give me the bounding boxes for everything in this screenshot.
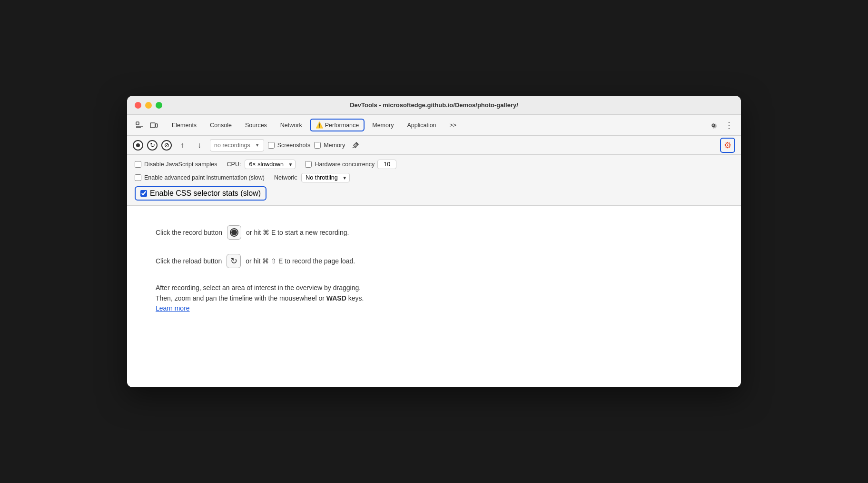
tab-sources[interactable]: Sources <box>239 119 273 131</box>
network-label: Network: <box>274 174 297 181</box>
cpu-group: CPU: 6× slowdown 4× slowdown 2× slowdown… <box>227 160 296 169</box>
inspect-element-icon[interactable] <box>133 119 146 132</box>
download-icon: ↓ <box>197 141 201 150</box>
memory-checkbox[interactable] <box>314 142 321 149</box>
record-instruction-block: Click the record button or hit ⌘ E to st… <box>156 225 712 240</box>
cpu-dropdown-wrapper: 6× slowdown 4× slowdown 2× slowdown No t… <box>245 160 296 169</box>
device-toolbar-icon[interactable] <box>147 119 160 132</box>
tab-console[interactable]: Console <box>204 119 237 131</box>
screenshots-checkbox[interactable] <box>268 142 275 149</box>
network-group: Network: No throttling Fast 4G Slow 4G 3… <box>274 173 350 182</box>
enable-paint-checkbox[interactable] <box>135 174 141 181</box>
description-line1: After recording, select an area of inter… <box>156 282 712 293</box>
network-dropdown-wrapper: No throttling Fast 4G Slow 4G 3G ▼ <box>301 173 350 182</box>
screenshots-label: Screenshots <box>277 142 310 149</box>
svg-rect-4 <box>156 124 158 127</box>
settings-row-1: Disable JavaScript samples CPU: 6× slowd… <box>135 160 733 169</box>
performance-settings-button[interactable]: ⚙ <box>720 138 735 153</box>
settings-row-2: Enable advanced paint instrumentation (s… <box>135 173 733 182</box>
record-button-icon <box>227 225 241 240</box>
tab-elements[interactable]: Elements <box>166 119 202 131</box>
description-line2: Then, zoom and pan the timeline with the… <box>156 293 712 303</box>
reload-icon: ↻ <box>150 141 155 149</box>
cancel-icon: ⊘ <box>164 141 169 149</box>
reload-instruction-text: Click the reload button <box>156 257 222 265</box>
window-controls <box>135 102 162 109</box>
tab-performance[interactable]: ⚠️ Performance <box>310 119 365 131</box>
recording-select[interactable]: no recordings ▼ <box>210 139 264 151</box>
hardware-concurrency-checkbox[interactable] <box>305 161 312 168</box>
css-selector-label: Enable CSS selector stats (slow) <box>135 186 266 201</box>
upload-button[interactable]: ↑ <box>176 139 189 152</box>
reload-button[interactable]: ↻ <box>147 140 158 151</box>
cancel-button[interactable]: ⊘ <box>161 140 172 151</box>
tab-overflow[interactable]: >> <box>444 119 463 131</box>
hardware-concurrency-input[interactable] <box>377 160 396 169</box>
performance-toolbar: ↻ ⊘ ↑ ↓ no recordings ▼ Screenshots Memo… <box>127 136 741 155</box>
more-options-icon[interactable]: ⋮ <box>722 119 735 132</box>
tab-network[interactable]: Network <box>275 119 308 131</box>
tab-performance-label: Performance <box>325 122 359 129</box>
record-suffix-text: or hit ⌘ E to start a new recording. <box>246 229 349 236</box>
record-circle-icon <box>231 230 237 235</box>
download-button[interactable]: ↓ <box>193 139 206 152</box>
cpu-label: CPU: <box>227 161 241 168</box>
settings-panel: Disable JavaScript samples CPU: 6× slowd… <box>127 155 741 206</box>
cpu-select[interactable]: 6× slowdown 4× slowdown 2× slowdown No t… <box>245 160 296 169</box>
recording-dropdown-icon: ▼ <box>255 142 260 148</box>
memory-label: Memory <box>324 142 345 149</box>
recording-placeholder: no recordings <box>214 142 250 149</box>
enable-paint-label: Enable advanced paint instrumentation (s… <box>135 174 265 181</box>
description-block: After recording, select an area of inter… <box>156 282 712 312</box>
css-selector-checkbox[interactable] <box>140 190 147 197</box>
reload-instruction-block: Click the reload button ↻ or hit ⌘ ⇧ E t… <box>156 254 712 268</box>
title-bar: DevTools - microsoftedge.github.io/Demos… <box>127 96 741 115</box>
tab-memory[interactable]: Memory <box>366 119 399 131</box>
hardware-concurrency-label: Hardware concurrency <box>305 160 396 169</box>
close-button[interactable] <box>135 102 141 109</box>
upload-icon: ↑ <box>180 141 184 150</box>
settings-icon[interactable] <box>707 119 720 132</box>
devtools-window: DevTools - microsoftedge.github.io/Demos… <box>127 96 741 387</box>
svg-rect-3 <box>150 123 155 128</box>
warning-icon: ⚠️ <box>316 121 323 129</box>
tab-application[interactable]: Application <box>401 119 442 131</box>
main-content: Click the record button or hit ⌘ E to st… <box>127 206 741 387</box>
brush-icon[interactable] <box>349 139 362 152</box>
reload-button-icon: ↻ <box>227 254 241 268</box>
reload-suffix-text: or hit ⌘ ⇧ E to record the page load. <box>246 257 355 265</box>
learn-more-link[interactable]: Learn more <box>156 304 190 312</box>
svg-rect-0 <box>136 122 139 125</box>
inspector-icons <box>133 119 160 132</box>
keys-suffix: keys. <box>348 294 364 302</box>
screenshots-checkbox-group: Screenshots <box>268 142 310 149</box>
disable-js-samples-label: Disable JavaScript samples <box>135 161 217 168</box>
settings-row-3: Enable CSS selector stats (slow) <box>135 186 733 201</box>
maximize-button[interactable] <box>156 102 162 109</box>
record-button[interactable] <box>133 140 143 151</box>
wasd-text: WASD <box>326 294 346 302</box>
network-select[interactable]: No throttling Fast 4G Slow 4G 3G <box>301 173 350 182</box>
memory-checkbox-group: Memory <box>314 142 345 149</box>
main-toolbar: Elements Console Sources Network ⚠️ Perf… <box>127 115 741 136</box>
window-title: DevTools - microsoftedge.github.io/Demos… <box>350 101 518 109</box>
gear-icon: ⚙ <box>724 140 731 151</box>
disable-js-samples-checkbox[interactable] <box>135 161 141 168</box>
record-dot-icon <box>136 143 140 147</box>
record-instruction-text: Click the record button <box>156 229 222 236</box>
minimize-button[interactable] <box>145 102 152 109</box>
